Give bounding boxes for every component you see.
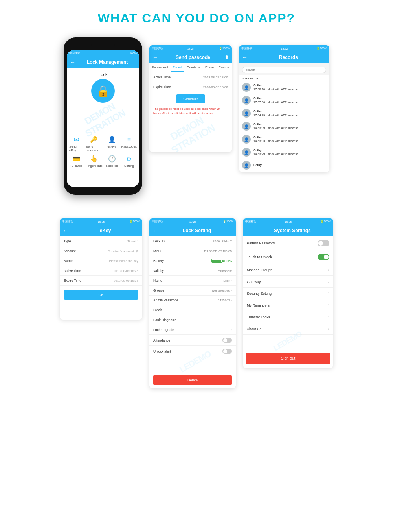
fingerprints-icon: 👆 xyxy=(88,154,99,163)
lock-setting-status-bar: 中国移动 18:25 🔋100% xyxy=(149,218,236,225)
battery-label: Battery xyxy=(153,259,164,263)
security-chevron: › xyxy=(328,291,329,296)
passcodes-label: Passcodes xyxy=(121,145,137,148)
passcode-tabs: Permanent Timed One-time Erase Custom xyxy=(149,63,232,72)
transfer-locks-label: Transfer Locks xyxy=(247,315,270,319)
ekey-battery: 🔋100% xyxy=(129,220,140,223)
lock-id-row: Lock ID S400_85ddc7 xyxy=(149,236,236,246)
mac-label: MAC xyxy=(153,249,161,253)
manage-groups-chevron: › xyxy=(328,268,329,272)
ekey-ok-button[interactable]: OK xyxy=(64,290,138,300)
tab-custom[interactable]: Custom xyxy=(216,63,232,72)
passcode-battery: 🔋100% xyxy=(219,47,230,50)
records-status-bar: 中国移动 18:22 🔋100% xyxy=(239,45,329,52)
unlock-alert-label: Unlock alert xyxy=(153,349,171,353)
lock-upgrade-row[interactable]: Lock Upgrade › xyxy=(149,325,236,335)
tab-timed[interactable]: Timed xyxy=(171,63,184,72)
admin-passcode-value: 1425367 xyxy=(218,299,230,302)
tab-one-time[interactable]: One-time xyxy=(184,63,203,72)
validity-value: Permanent xyxy=(217,269,232,273)
menu-item-setting[interactable]: ⚙ Setting xyxy=(121,154,137,168)
records-back-icon[interactable]: ← xyxy=(242,54,248,61)
passcode-back-icon[interactable]: ← xyxy=(152,54,158,61)
fault-diagnosis-row[interactable]: Fault Diagnosis › xyxy=(149,315,236,325)
record-text-3: Cathy 17:04:23 unlock with APP success xyxy=(253,109,298,118)
manage-groups-label: Manage Groups xyxy=(247,268,272,272)
record-text-4: Cathy 14:53:39 unlock with APP success xyxy=(253,122,298,131)
name-row: Name Lock › xyxy=(149,276,236,286)
ekey-type-value: Timed xyxy=(127,240,136,243)
name-chevron: › xyxy=(231,279,232,283)
lock-setting-time: 18:25 xyxy=(189,220,196,223)
ekey-expire-time-label: Expire Time xyxy=(64,279,81,283)
record-text-5: Cathy 14:53:33 unlock with APP success xyxy=(253,135,298,144)
clock-row[interactable]: Clock › xyxy=(149,305,236,315)
ekey-active-time-value: 2018-08-09 18:25 xyxy=(114,269,138,273)
sys-time: 18:25 xyxy=(285,220,292,223)
lock-setting-battery: 🔋100% xyxy=(223,220,233,223)
battery-row: Battery 100% xyxy=(149,256,236,266)
search-input[interactable] xyxy=(242,66,326,73)
clock-label: Clock xyxy=(153,308,162,312)
validity-row: Validity Permanent xyxy=(149,266,236,276)
lock-setting-back-icon[interactable]: ← xyxy=(152,227,158,234)
ekey-name-label: Name xyxy=(64,259,73,263)
records-label: Records xyxy=(106,164,118,168)
pattern-password-toggle[interactable] xyxy=(318,240,329,246)
ekey-active-time-label: Active Time xyxy=(64,269,81,273)
about-us-chevron: › xyxy=(328,327,329,331)
security-setting-label: Security Setting xyxy=(247,292,272,296)
mac-row: MAC D1:60:5B:C7:DD:85 xyxy=(149,246,236,256)
sys-battery: 🔋100% xyxy=(320,220,331,223)
mac-value: D1:60:5B:C7:DD:85 xyxy=(204,249,232,253)
sys-status-bar: 中国移动 18:25 🔋100% xyxy=(243,218,333,225)
clock-chevron: › xyxy=(231,308,232,312)
record-avatar-3: 👤 xyxy=(242,109,251,118)
phone-notch xyxy=(91,43,115,48)
menu-item-records[interactable]: 🕐 Records xyxy=(105,154,119,168)
upgrade-chevron: › xyxy=(231,328,232,332)
menu-item-ic-cards[interactable]: 💳 IC cards xyxy=(69,154,83,168)
setting-icon: ⚙ xyxy=(123,154,134,163)
my-reminders-row[interactable]: My Reminders › xyxy=(243,299,333,311)
tab-permanent[interactable]: Permanent xyxy=(149,63,171,72)
manage-groups-row[interactable]: Manage Groups › xyxy=(243,264,333,276)
groups-row: Groups Not Grouped › xyxy=(149,286,236,296)
records-card: 中国移动 18:22 🔋100% ← Records 2018-06-04 👤 … xyxy=(239,45,329,172)
send-passcode-card: 中国移动 18:24 🔋100% ← Send passcode ⬆ Perma… xyxy=(149,45,232,152)
lock-id-label: Lock ID xyxy=(153,239,165,243)
admin-chevron: › xyxy=(231,298,232,302)
generate-button[interactable]: Generate xyxy=(176,94,205,103)
record-avatar-7: 👤 xyxy=(242,161,251,170)
record-avatar-6: 👤 xyxy=(242,148,251,157)
record-avatar-2: 👤 xyxy=(242,96,251,105)
sys-topbar: ← System Settings xyxy=(243,225,333,236)
menu-item-fingerprints[interactable]: 👆 Fingerprints xyxy=(86,154,102,168)
fault-chevron: › xyxy=(231,318,232,322)
menu-item-ekeys[interactable]: 👤 eKeys xyxy=(105,135,119,152)
lock-setting-card: 中国移动 18:25 🔋100% ← Lock Setting Lock ID … xyxy=(149,218,236,388)
record-row-6: 👤 Cathy 14:53:29 unlock with APP success xyxy=(239,146,329,159)
gateway-row[interactable]: Gateway › xyxy=(243,276,333,288)
touch-unlock-label: Touch to Unlock xyxy=(247,255,272,259)
send-passcode-label: Send passcode xyxy=(86,145,102,152)
record-avatar-4: 👤 xyxy=(242,122,251,131)
sys-topbar-title: System Settings xyxy=(255,228,330,233)
menu-item-passcodes[interactable]: ≡ Passcodes xyxy=(121,135,137,152)
back-arrow-icon[interactable]: ← xyxy=(70,59,75,65)
touch-unlock-toggle[interactable] xyxy=(318,254,329,260)
tab-erase[interactable]: Erase xyxy=(203,63,216,72)
ekey-status-bar: 中国移动 18:25 🔋100% xyxy=(60,218,142,225)
records-time: 18:22 xyxy=(281,47,288,50)
security-setting-row[interactable]: Security Setting › xyxy=(243,288,333,299)
record-row-3: 👤 Cathy 17:04:23 unlock with APP success xyxy=(239,107,329,120)
records-signal: 中国移动 xyxy=(241,46,252,50)
ekey-back-icon[interactable]: ← xyxy=(63,227,68,234)
lock-upgrade-label: Lock Upgrade xyxy=(153,328,174,332)
page-title: WHAT CAN YOU DO ON APP? xyxy=(0,0,393,33)
ekeys-icon: 👤 xyxy=(107,135,118,144)
phone-screen: 中国移动 100% ← Lock Management Lock 🔒 DEMON… xyxy=(67,50,139,187)
system-settings-card: 中国移动 18:25 🔋100% ← System Settings Patte… xyxy=(243,218,333,368)
share-icon[interactable]: ⬆ xyxy=(225,55,229,60)
sys-back-icon[interactable]: ← xyxy=(246,227,252,234)
